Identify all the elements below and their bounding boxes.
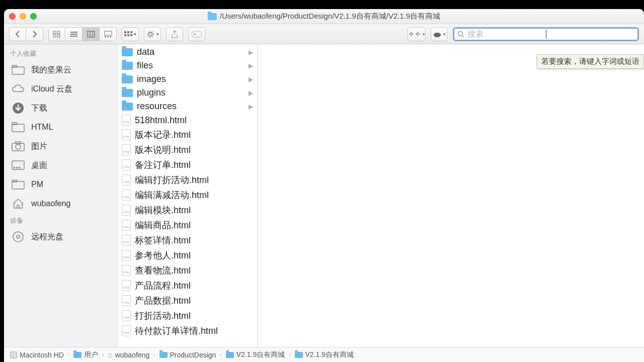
sidebar-device[interactable]: 远程光盘 (4, 227, 117, 246)
svg-rect-19 (130, 34, 132, 36)
folder-row[interactable]: data▶ (118, 45, 257, 59)
window-title: /Users/wubaofeng/ProductDesign/V2.1.9自有商… (208, 12, 441, 21)
zoom-button[interactable] (30, 13, 37, 20)
html-file-icon (122, 220, 131, 231)
svg-rect-7 (88, 31, 95, 37)
sidebar-item[interactable]: 下载 (4, 99, 117, 118)
chevron-right-icon: ▶ (249, 76, 253, 83)
folder-icon (226, 352, 234, 358)
file-name: resources (137, 101, 177, 112)
path-label: 用户 (84, 350, 98, 359)
html-file-icon (122, 280, 131, 291)
close-button[interactable] (9, 13, 16, 20)
file-row[interactable]: 备注订单.html (118, 157, 257, 172)
folder-row[interactable]: resources▶ (118, 100, 257, 113)
view-group (48, 27, 117, 41)
file-row[interactable]: 编辑商品.html (118, 218, 257, 233)
svg-point-42 (16, 144, 21, 149)
file-name: 518html.html (135, 115, 187, 126)
folder-row[interactable]: images▶ (118, 72, 257, 86)
sidebar-item[interactable]: PM (4, 175, 117, 194)
svg-point-30 (194, 33, 196, 35)
html-file-icon (122, 159, 131, 170)
file-row[interactable]: 518html.html (118, 113, 257, 127)
svg-rect-15 (127, 31, 129, 33)
svg-line-27 (148, 36, 149, 37)
file-row[interactable]: 待付款订单详情.html (118, 323, 257, 338)
titlebar[interactable]: /Users/wubaofeng/ProductDesign/V2.1.9自有商… (4, 9, 644, 24)
svg-rect-43 (16, 142, 21, 144)
file-name: data (137, 47, 154, 57)
file-name: files (137, 60, 153, 71)
tags-button[interactable] (188, 27, 205, 41)
path-separator: › (68, 352, 69, 357)
file-row[interactable]: 编辑满减活动.html (118, 188, 257, 203)
path-component[interactable]: 用户 (73, 350, 98, 359)
sidebar-devices-header: 设备 (4, 213, 117, 227)
sidebar-item[interactable]: wubaofeng (4, 194, 117, 213)
svg-line-25 (148, 32, 149, 33)
file-row[interactable]: 标签详情.html (118, 233, 257, 248)
cloud-icon (11, 83, 25, 95)
svg-point-20 (149, 32, 152, 36)
path-component[interactable]: Macintosh HD (10, 351, 64, 359)
folder-icon (122, 62, 133, 70)
file-row[interactable]: 编辑模块.html (118, 203, 257, 218)
dropbox-button[interactable]: ✧✧▾ (408, 27, 426, 41)
view-gallery-button[interactable] (100, 27, 117, 41)
view-column-button[interactable] (83, 27, 100, 41)
search-field[interactable] (453, 27, 639, 41)
html-file-icon (122, 115, 131, 126)
file-row[interactable]: 查看物流.html (118, 263, 257, 278)
file-name: 产品流程.html (135, 280, 191, 292)
search-icon (457, 31, 464, 38)
sidebar-item[interactable]: 图片 (4, 137, 117, 156)
file-row[interactable]: 打折活动.html (118, 308, 257, 323)
file-name: 版本记录.html (135, 129, 191, 141)
sidebar-item-label: 桌面 (31, 160, 47, 171)
share-button[interactable] (166, 27, 183, 41)
path-component[interactable]: ⌂wubaofeng (108, 350, 150, 359)
finder-window: /Users/wubaofeng/ProductDesign/V2.1.9自有商… (4, 9, 644, 362)
folder-icon (11, 64, 25, 75)
view-list-button[interactable] (65, 27, 83, 41)
file-row[interactable]: 编辑打折活动.html (118, 172, 257, 188)
path-component[interactable]: V2.1.9自有商城 (226, 350, 285, 359)
path-bar[interactable]: Macintosh HD›用户›⌂wubaofeng›ProductDesign… (4, 347, 644, 362)
disc-icon (11, 231, 25, 242)
view-icon-button[interactable] (48, 27, 65, 41)
svg-line-35 (462, 36, 464, 37)
sidebar-item[interactable]: 桌面 (4, 156, 117, 175)
html-file-icon (122, 129, 131, 140)
minimize-button[interactable] (20, 13, 26, 20)
back-button[interactable] (9, 27, 26, 41)
file-row[interactable]: 产品流程.html (118, 278, 257, 293)
file-column[interactable]: data▶files▶images▶plugins▶resources▶518h… (118, 44, 258, 347)
file-row[interactable]: 版本记录.html (118, 127, 257, 142)
action-button[interactable]: ▾ (144, 27, 161, 41)
folder-row[interactable]: files▶ (118, 59, 257, 72)
folder-icon (122, 103, 133, 111)
svg-rect-40 (12, 123, 17, 125)
file-row[interactable]: 参考他人.html (118, 248, 257, 263)
path-component[interactable]: ProductDesign (159, 351, 216, 359)
svg-rect-37 (12, 65, 17, 67)
forward-button[interactable] (26, 27, 43, 41)
search-input[interactable] (467, 30, 634, 39)
svg-rect-49 (12, 180, 17, 182)
folder-icon (73, 352, 82, 358)
file-row[interactable]: 产品数据.html (118, 293, 257, 308)
sidebar-item-label: 下载 (31, 103, 47, 114)
folder-row[interactable]: plugins▶ (118, 86, 257, 100)
path-component[interactable]: V2.1.9自有商城 (295, 350, 354, 359)
arrange-button[interactable]: ▾ (122, 27, 139, 41)
sidebar-item[interactable]: HTML (4, 118, 117, 137)
file-name: 打折活动.html (135, 310, 191, 322)
sidebar-favorites-header: 个人收藏 (4, 46, 117, 60)
svg-rect-10 (105, 31, 112, 35)
svg-rect-14 (124, 31, 126, 33)
file-row[interactable]: 版本说明.html (118, 142, 257, 157)
cloud-sync-button[interactable]: ▾ (431, 27, 448, 41)
sidebar-item[interactable]: 我的坚果云 (4, 60, 117, 79)
sidebar-item[interactable]: iCloud 云盘 (4, 79, 117, 99)
